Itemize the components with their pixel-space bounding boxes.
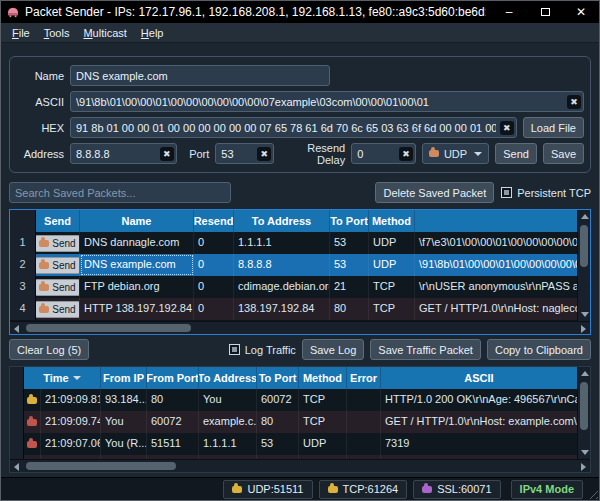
col-header-from-port[interactable]: From Port xyxy=(147,367,199,389)
clear-ascii-icon[interactable]: ✖ xyxy=(567,95,581,109)
col-header-to-address[interactable]: To Address xyxy=(234,210,330,232)
search-saved-packets-input[interactable] xyxy=(9,182,231,203)
send-cell: Send xyxy=(36,232,80,254)
icon-cell xyxy=(24,411,41,433)
saved-packet-row[interactable]: 1SendDNS dannagle.com01.1.1.153UDP\f7\e3… xyxy=(10,232,577,254)
maximize-button[interactable] xyxy=(527,1,563,23)
scroll-down-icon[interactable] xyxy=(578,446,591,459)
cell-to-port: 21 xyxy=(330,276,369,298)
saved-horizontal-scrollbar[interactable] xyxy=(10,321,590,334)
ascii-input[interactable] xyxy=(70,91,584,112)
delete-saved-packet-button[interactable]: Delete Saved Packet xyxy=(375,182,494,203)
scroll-right-icon[interactable] xyxy=(577,460,590,473)
save-button[interactable]: Save xyxy=(543,143,584,164)
tcp-status[interactable]: TCP:61264 xyxy=(319,480,408,499)
corner-header xyxy=(10,367,24,389)
row-number: 2 xyxy=(10,254,36,276)
saved-vertical-scrollbar[interactable] xyxy=(577,210,590,321)
scroll-up-icon[interactable] xyxy=(578,367,591,380)
log-row[interactable]: 21:09:07.060You (R...515111.1.1.153UDP73… xyxy=(10,433,577,455)
ascii-label: ASCII xyxy=(18,96,64,108)
name-label: Name xyxy=(18,70,64,82)
cell-method: TCP xyxy=(369,276,415,298)
saved-packet-row[interactable]: 4SendHTTP 138.197.192.840138.197.192.848… xyxy=(10,298,577,320)
minimize-button[interactable]: – xyxy=(491,1,527,23)
cell-to-address: 8.8.8.8 xyxy=(234,254,330,276)
scrollbar-thumb[interactable] xyxy=(580,382,588,430)
saved-packets-rows: 1SendDNS dannagle.com01.1.1.153UDP\f7\e3… xyxy=(10,232,577,320)
scrollbar-thumb[interactable] xyxy=(26,324,191,332)
scroll-left-icon[interactable] xyxy=(10,460,23,473)
close-button[interactable]: ✕ xyxy=(563,1,599,23)
clear-port-icon[interactable]: ✖ xyxy=(257,147,271,161)
copy-to-clipboard-button[interactable]: Copy to Clipboard xyxy=(487,339,591,360)
status-bar: UDP:51511 TCP:61264 SSL:60071 IPv4 Mode xyxy=(1,477,599,500)
scroll-right-icon[interactable] xyxy=(577,322,590,335)
col-header-to-port[interactable]: To Port xyxy=(257,367,299,389)
resize-grip[interactable] xyxy=(586,487,598,499)
clear-address-icon[interactable]: ✖ xyxy=(160,147,174,161)
col-header-ascii[interactable]: ASCII xyxy=(381,367,577,389)
save-traffic-packet-button[interactable]: Save Traffic Packet xyxy=(370,339,481,360)
log-horizontal-scrollbar[interactable] xyxy=(10,459,590,472)
row-send-label: Send xyxy=(52,299,75,320)
row-send-button[interactable]: Send xyxy=(36,301,80,318)
row-send-button[interactable]: Send xyxy=(36,279,80,296)
row-send-button[interactable]: Send xyxy=(36,257,80,274)
ip-mode-button[interactable]: IPv4 Mode xyxy=(511,480,583,499)
row-send-label: Send xyxy=(52,233,75,254)
col-header-resend[interactable]: Resend xyxy=(194,210,234,232)
ssl-status[interactable]: SSL:60071 xyxy=(413,480,500,499)
port-label: Port xyxy=(183,148,210,160)
log-vertical-scrollbar[interactable] xyxy=(577,367,590,459)
scrollbar-thumb[interactable] xyxy=(26,462,176,470)
icon-cell xyxy=(24,389,41,411)
col-header-time[interactable]: Time xyxy=(24,367,101,389)
send-button[interactable]: Send xyxy=(495,143,537,164)
app-icon xyxy=(6,6,20,18)
col-header-method[interactable]: Method xyxy=(299,367,347,389)
ssl-packet-icon xyxy=(422,486,432,493)
protocol-select[interactable]: UDP xyxy=(422,143,489,164)
name-input[interactable] xyxy=(70,65,330,86)
col-header-error[interactable]: Error xyxy=(347,367,381,389)
save-log-button[interactable]: Save Log xyxy=(302,339,364,360)
load-file-button[interactable]: Load File xyxy=(523,117,584,138)
log-row[interactable]: 21:09:09.81293.184....80You60072TCPHTTP/… xyxy=(10,389,577,411)
scrollbar-thumb[interactable] xyxy=(580,225,588,267)
scroll-left-icon[interactable] xyxy=(10,322,23,335)
chevron-down-icon xyxy=(474,152,482,156)
scroll-down-icon[interactable] xyxy=(578,308,591,321)
row-send-label: Send xyxy=(52,255,75,276)
col-header-name[interactable]: Name xyxy=(80,210,194,232)
col-header-method[interactable]: Method xyxy=(369,210,415,232)
menu-multicast[interactable]: Multicast xyxy=(76,25,133,41)
cell-from-ip: You xyxy=(101,411,147,433)
clear-log-button[interactable]: Clear Log (5) xyxy=(9,339,89,360)
col-header-from-ip[interactable]: From IP xyxy=(101,367,147,389)
traffic-log-header: Time From IP From Port To Address To Por… xyxy=(10,367,577,389)
log-row[interactable]: 21:09:09.749You60072example.c...80TCPGET… xyxy=(10,411,577,433)
udp-status[interactable]: UDP:51511 xyxy=(223,480,312,499)
row-send-button[interactable]: Send xyxy=(36,235,80,252)
col-header-send[interactable]: Send xyxy=(36,210,80,232)
clear-hex-icon[interactable]: ✖ xyxy=(500,121,514,135)
packet-icon xyxy=(39,306,49,313)
menu-help[interactable]: Help xyxy=(134,25,171,41)
row-header xyxy=(10,389,24,411)
hex-input[interactable] xyxy=(70,117,517,138)
saved-packet-row[interactable]: 3SendFTP debian.org0cdimage.debian.org21… xyxy=(10,276,577,298)
log-traffic-checkbox[interactable]: Log Traffic xyxy=(229,344,296,356)
cell-ascii: HTTP/1.0 200 OK\r\nAge: 496567\r\nCache-… xyxy=(381,389,577,411)
send-cell: Send xyxy=(36,276,80,298)
saved-packet-row[interactable]: 2SendDNS example.com08.8.8.853UDP\91\8b\… xyxy=(10,254,577,276)
col-header-to-port[interactable]: To Port xyxy=(330,210,369,232)
menu-tools[interactable]: Tools xyxy=(37,25,77,41)
persistent-tcp-checkbox[interactable]: Persistent TCP xyxy=(501,187,591,199)
menu-file[interactable]: File xyxy=(5,25,37,41)
col-header-to-address[interactable]: To Address xyxy=(199,367,257,389)
clear-resend-icon[interactable]: ✖ xyxy=(399,147,413,161)
col-header-ascii[interactable] xyxy=(415,210,577,232)
scroll-up-icon[interactable] xyxy=(578,210,591,223)
cell-to-address: 138.197.192.84 xyxy=(234,298,330,320)
